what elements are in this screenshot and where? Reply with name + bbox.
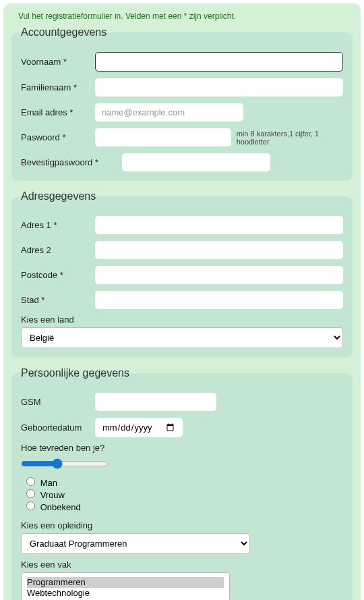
- password-label: Paswoord *: [21, 132, 95, 142]
- dob-input[interactable]: [95, 418, 183, 437]
- gsm-label: GSM: [21, 397, 95, 407]
- postcode-label: Postcode *: [21, 270, 95, 280]
- satisfaction-slider[interactable]: [21, 458, 109, 469]
- gender-female-label[interactable]: Vrouw: [40, 490, 65, 500]
- country-select[interactable]: België: [21, 327, 343, 348]
- gender-unknown-radio[interactable]: [26, 501, 35, 510]
- education-label: Kies een opleiding: [21, 520, 343, 530]
- city-input[interactable]: [95, 291, 343, 309]
- gender-male-label[interactable]: Man: [40, 478, 57, 488]
- instruction-text: Vul het registratieformulier in. Velden …: [11, 11, 353, 21]
- course-label: Kies een vak: [21, 560, 343, 570]
- satisfaction-label: Hoe tevreden ben je?: [21, 443, 343, 453]
- address-fieldset: Adresgegevens Adres 1 * Adres 2 Postcode…: [11, 190, 353, 358]
- dob-label: Geboortedatum: [21, 422, 95, 433]
- email-input[interactable]: [95, 103, 243, 121]
- education-select[interactable]: Graduaat Programmeren: [21, 533, 250, 554]
- confirm-password-label: Bevestigpaswoord *: [21, 157, 122, 167]
- city-label: Stad *: [21, 295, 95, 305]
- gender-unknown-label[interactable]: Onbekend: [40, 502, 81, 512]
- registration-form: Vul het registratieformulier in. Velden …: [3, 3, 361, 600]
- personal-fieldset: Persoonlijke gegevens GSM Geboortedatum …: [11, 367, 353, 600]
- account-legend: Accountgegevens: [18, 26, 109, 38]
- gender-radio-group: Man Vrouw Onbekend: [26, 477, 343, 512]
- lastname-label: Familienaam *: [21, 82, 95, 92]
- firstname-input[interactable]: [95, 52, 343, 72]
- firstname-label: Voornaam *: [21, 57, 95, 67]
- address2-label: Adres 2: [21, 245, 95, 255]
- account-fieldset: Accountgegevens Voornaam * Familienaam *…: [11, 26, 353, 181]
- gsm-input[interactable]: [95, 393, 216, 411]
- address1-input[interactable]: [95, 216, 343, 234]
- course-select[interactable]: ProgrammerenWebtechnologieCMS IntroCMS D…: [21, 572, 230, 600]
- email-label: Email adres *: [21, 107, 95, 117]
- lastname-input[interactable]: [95, 78, 343, 97]
- gender-male-radio[interactable]: [26, 477, 35, 486]
- password-input[interactable]: [95, 128, 231, 146]
- postcode-input[interactable]: [95, 266, 343, 284]
- address-legend: Adresgegevens: [18, 190, 98, 202]
- confirm-password-input[interactable]: [122, 153, 270, 171]
- country-label: Kies een land: [21, 315, 343, 325]
- address2-input[interactable]: [95, 241, 343, 259]
- password-hint: min 8 karakters,1 cijfer, 1 hoodletter: [237, 130, 343, 146]
- personal-legend: Persoonlijke gegevens: [18, 367, 132, 379]
- address1-label: Adres 1 *: [21, 220, 95, 230]
- gender-female-radio[interactable]: [26, 489, 35, 498]
